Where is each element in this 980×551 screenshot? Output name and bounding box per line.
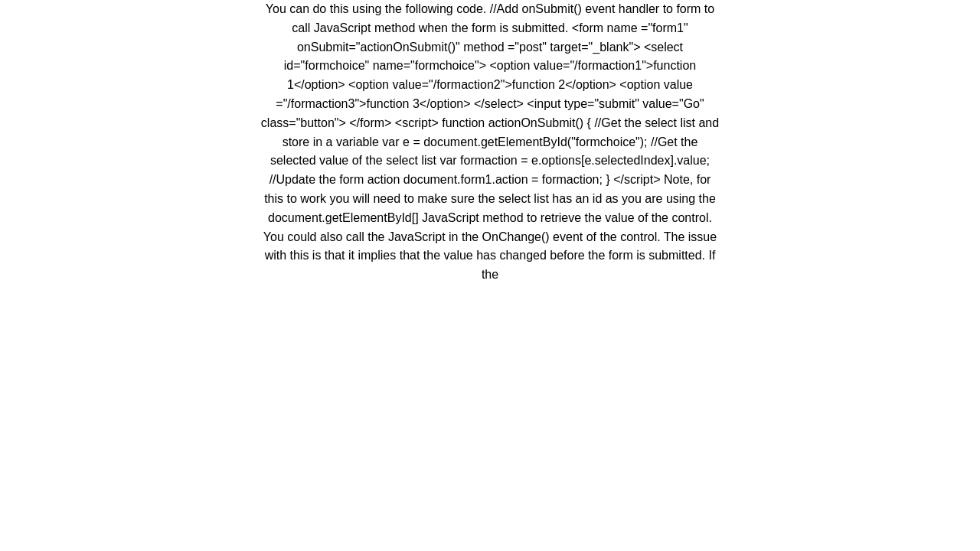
main-content: You can do this using the following code… [245,0,735,285]
body-text: You can do this using the following code… [260,0,720,285]
